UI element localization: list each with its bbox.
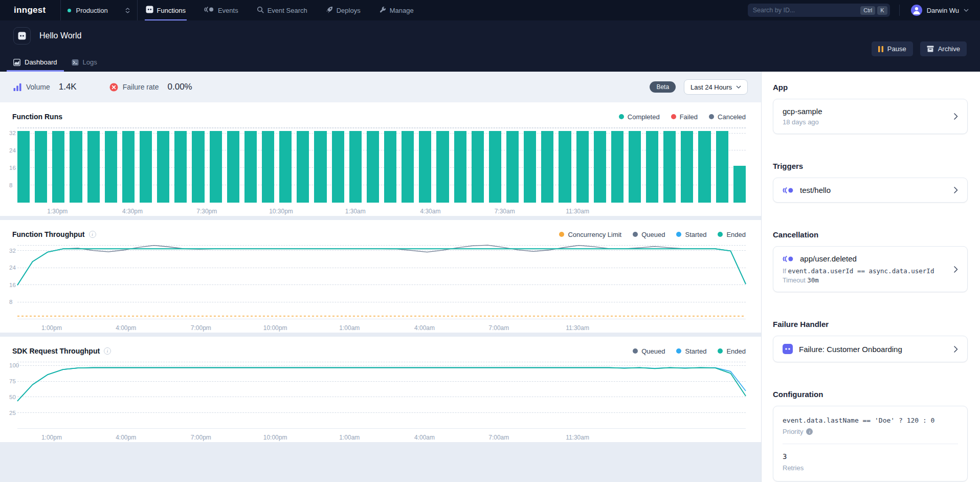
bar-completed (489, 131, 501, 203)
nav-item-event-search[interactable]: Event Search (257, 0, 307, 20)
divider (783, 444, 958, 444)
nav-item-manage[interactable]: Manage (379, 0, 414, 20)
function-header: Hello World Pause Archive Dashboard Logs (0, 20, 980, 72)
legend-dot (718, 232, 723, 237)
triggers-section: Triggers test/hello (773, 162, 968, 203)
beta-badge: Beta (650, 81, 676, 93)
x-axis-labels: 1:30pm4:30pm7:30pm10:30pm1:30am4:30am7:3… (17, 208, 746, 216)
nav-item-deploys[interactable]: Deploys (326, 0, 361, 20)
legend-label: Canceled (718, 113, 746, 121)
legend-item-queued[interactable]: Queued (633, 347, 665, 355)
legend-item-ended[interactable]: Ended (718, 231, 746, 238)
chart-plot-area: 8162432 (17, 246, 746, 319)
x-tick-label: 7:30am (495, 208, 515, 215)
app-card[interactable]: gcp-sample 18 days ago (773, 99, 968, 134)
tab-dashboard[interactable]: Dashboard (13, 58, 57, 72)
chevron-right-icon (954, 266, 958, 273)
x-tick-label: 7:30pm (196, 208, 217, 215)
legend-dot (619, 114, 624, 119)
series-queued (17, 245, 746, 285)
bar-completed (698, 131, 710, 203)
function-title-row: Hello World (0, 20, 980, 45)
x-tick-label: 7:00pm (191, 324, 211, 332)
nav-item-functions[interactable]: Functions (146, 0, 186, 20)
nav-label: Functions (157, 7, 186, 14)
global-search[interactable]: Ctrl K (748, 4, 890, 17)
y-tick-label: 16 (9, 165, 16, 171)
chevron-down-icon (736, 85, 741, 89)
bar-completed (472, 131, 484, 203)
app-name: gcp-sample (783, 107, 948, 116)
legend-dot (676, 348, 681, 354)
pause-button[interactable]: Pause (872, 41, 913, 56)
bar-completed (646, 131, 658, 203)
info-icon[interactable]: i (89, 231, 96, 238)
app-meta: 18 days ago (783, 118, 948, 126)
failure-handler-name: Failure: Customer Onboarding (799, 345, 902, 354)
series-started (17, 367, 746, 401)
legend-item-failed[interactable]: Failed (671, 113, 698, 121)
cancellation-card[interactable]: app/user.deleted If event.data.userId ==… (773, 246, 968, 292)
page-title: Hello World (39, 31, 81, 40)
kbd-k: K (877, 6, 887, 15)
x-tick-label: 10:00pm (263, 434, 287, 441)
tab-logs[interactable]: Logs (72, 58, 97, 72)
legend-dot (559, 232, 564, 237)
environment-switcher[interactable]: Production (61, 0, 138, 20)
y-tick-label: 24 (9, 265, 16, 271)
chevron-down-icon (964, 9, 969, 12)
legend-item-ended[interactable]: Ended (718, 347, 746, 355)
bar-completed (436, 131, 449, 203)
bar-completed (663, 131, 676, 203)
bar-completed (262, 131, 274, 203)
legend-item-started[interactable]: Started (676, 347, 706, 355)
bar-completed (594, 131, 606, 203)
legend-item-queued[interactable]: Queued (633, 231, 665, 238)
chevron-right-icon (954, 187, 958, 193)
user-menu[interactable]: Darwin Wu (899, 5, 980, 16)
chart-plot-area: 255075100 (17, 362, 746, 429)
chart-legend: Concurrency LimitQueuedStartedEnded (559, 231, 746, 238)
bar-completed (454, 131, 466, 203)
legend-dot (671, 114, 676, 119)
nav-item-events[interactable]: Events (204, 0, 238, 20)
legend-label: Started (685, 347, 706, 355)
user-name: Darwin Wu (927, 7, 959, 14)
legend-dot (709, 114, 714, 119)
bar-completed (559, 131, 571, 203)
inngest-logo[interactable]: inngest (0, 0, 61, 20)
legend-item-concurrency-limit[interactable]: Concurrency Limit (559, 231, 621, 238)
trigger-card[interactable]: test/hello (773, 178, 968, 203)
if-expression: event.data.userId == async.data.userId (788, 267, 934, 275)
legend-label: Failed (680, 113, 698, 121)
failure-handler-card[interactable]: Failure: Customer Onboarding (773, 336, 968, 362)
info-icon[interactable]: i (104, 347, 111, 355)
archive-button[interactable]: Archive (920, 41, 967, 56)
section-heading-app: App (773, 83, 968, 92)
bar-completed (35, 131, 47, 203)
volume-label: Volume (26, 83, 50, 91)
legend-label: Ended (726, 347, 746, 355)
x-tick-label: 1:00am (339, 324, 360, 332)
x-tick-label: 4:30pm (122, 208, 143, 215)
bar-completed (419, 131, 431, 203)
rocket-icon (326, 6, 333, 15)
legend-item-started[interactable]: Started (676, 231, 706, 238)
nav-right: Ctrl K Darwin Wu (748, 0, 980, 20)
info-icon[interactable]: i (806, 428, 813, 435)
bar-completed (140, 131, 152, 203)
chevron-right-icon (954, 346, 958, 353)
y-tick-label: 25 (9, 410, 16, 416)
y-tick-label: 32 (9, 248, 16, 254)
legend-label: Ended (726, 231, 746, 238)
bar-completed (314, 131, 326, 203)
search-input[interactable] (753, 7, 830, 14)
legend-item-completed[interactable]: Completed (619, 113, 660, 121)
legend-dot (633, 232, 638, 237)
section-heading-cancellation: Cancellation (773, 230, 968, 239)
functions-icon (146, 6, 153, 15)
legend-item-canceled[interactable]: Canceled (709, 113, 746, 121)
bar-completed (349, 131, 362, 203)
legend-dot (718, 348, 723, 354)
time-range-dropdown[interactable]: Last 24 Hours (684, 79, 748, 95)
